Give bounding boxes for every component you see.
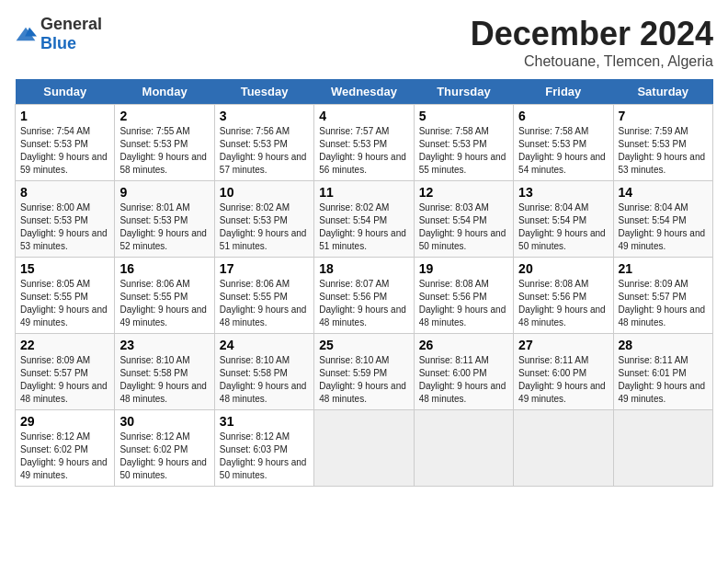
sunrise-text: Sunrise: 8:08 AM — [518, 279, 588, 289]
calendar-day-cell: 7 Sunrise: 7:59 AM Sunset: 5:53 PM Dayli… — [613, 105, 712, 181]
sunset-text: Sunset: 5:56 PM — [419, 292, 487, 302]
day-number: 29 — [20, 414, 109, 429]
daylight-text: Daylight: 9 hours and 49 minutes. — [20, 304, 108, 327]
day-number: 25 — [319, 338, 408, 352]
day-info: Sunrise: 8:06 AM Sunset: 5:55 PM Dayligh… — [220, 278, 309, 329]
day-number: 4 — [319, 109, 408, 123]
subtitle: Chetouane, Tlemcen, Algeria — [471, 53, 713, 70]
sunrise-text: Sunrise: 8:10 AM — [319, 355, 389, 365]
title-area: December 2024 Chetouane, Tlemcen, Algeri… — [471, 15, 713, 70]
sunset-text: Sunset: 5:56 PM — [518, 292, 586, 302]
sunrise-text: Sunrise: 8:07 AM — [319, 279, 389, 289]
calendar-day-cell — [613, 410, 712, 487]
day-number: 14 — [619, 185, 708, 200]
daylight-text: Daylight: 9 hours and 48 minutes. — [20, 381, 108, 404]
day-number: 16 — [119, 261, 209, 276]
sunrise-text: Sunrise: 8:03 AM — [419, 202, 489, 213]
sunset-text: Sunset: 6:01 PM — [619, 368, 687, 378]
sunset-text: Sunset: 5:53 PM — [119, 139, 188, 149]
sunrise-text: Sunrise: 8:05 AM — [20, 279, 90, 289]
sunset-text: Sunset: 6:00 PM — [518, 368, 586, 378]
calendar-day-cell: 22 Sunrise: 8:09 AM Sunset: 5:57 PM Dayl… — [16, 334, 115, 410]
sunset-text: Sunset: 6:03 PM — [220, 444, 288, 454]
calendar-day-cell: 31 Sunrise: 8:12 AM Sunset: 6:03 PM Dayl… — [214, 410, 313, 487]
day-info: Sunrise: 8:01 AM Sunset: 5:53 PM Dayligh… — [119, 201, 209, 253]
daylight-text: Daylight: 9 hours and 52 minutes. — [119, 228, 207, 251]
calendar-day-cell — [514, 410, 613, 487]
calendar-day-cell: 29 Sunrise: 8:12 AM Sunset: 6:02 PM Dayl… — [16, 410, 115, 487]
daylight-text: Daylight: 9 hours and 48 minutes. — [319, 381, 406, 404]
daylight-text: Daylight: 9 hours and 51 minutes. — [319, 228, 406, 251]
day-number: 8 — [20, 185, 109, 200]
daylight-text: Daylight: 9 hours and 53 minutes. — [20, 228, 108, 251]
sunrise-text: Sunrise: 8:11 AM — [518, 355, 588, 365]
sunrise-text: Sunrise: 8:06 AM — [220, 279, 290, 289]
col-wednesday: Wednesday — [314, 79, 414, 105]
sunset-text: Sunset: 5:54 PM — [619, 215, 687, 225]
sunset-text: Sunset: 5:53 PM — [220, 215, 288, 225]
day-number: 10 — [220, 185, 309, 200]
day-info: Sunrise: 8:10 AM Sunset: 5:58 PM Dayligh… — [119, 354, 209, 406]
daylight-text: Daylight: 9 hours and 48 minutes. — [619, 304, 706, 327]
daylight-text: Daylight: 9 hours and 53 minutes. — [619, 152, 706, 175]
calendar-day-cell: 12 Sunrise: 8:03 AM Sunset: 5:54 PM Dayl… — [414, 181, 513, 258]
day-info: Sunrise: 8:11 AM Sunset: 6:00 PM Dayligh… — [419, 354, 508, 406]
sunset-text: Sunset: 5:58 PM — [119, 368, 188, 378]
day-number: 17 — [220, 261, 309, 276]
day-number: 7 — [619, 109, 708, 123]
sunrise-text: Sunrise: 8:06 AM — [119, 279, 189, 289]
calendar-day-cell: 10 Sunrise: 8:02 AM Sunset: 5:53 PM Dayl… — [214, 181, 313, 258]
col-thursday: Thursday — [414, 79, 513, 105]
day-number: 19 — [419, 261, 508, 276]
daylight-text: Daylight: 9 hours and 48 minutes. — [220, 304, 307, 327]
sunrise-text: Sunrise: 7:54 AM — [20, 126, 90, 136]
daylight-text: Daylight: 9 hours and 48 minutes. — [419, 381, 506, 404]
day-info: Sunrise: 7:55 AM Sunset: 5:53 PM Dayligh… — [119, 125, 209, 177]
day-number: 26 — [419, 338, 508, 352]
sunrise-text: Sunrise: 8:10 AM — [119, 355, 189, 365]
day-number: 24 — [220, 338, 309, 352]
sunset-text: Sunset: 5:57 PM — [20, 368, 88, 378]
col-saturday: Saturday — [613, 79, 712, 105]
day-info: Sunrise: 7:58 AM Sunset: 5:53 PM Dayligh… — [518, 125, 608, 177]
logo: General Blue — [15, 15, 102, 53]
sunset-text: Sunset: 5:57 PM — [619, 292, 687, 302]
day-info: Sunrise: 8:07 AM Sunset: 5:56 PM Dayligh… — [319, 278, 408, 329]
daylight-text: Daylight: 9 hours and 56 minutes. — [319, 152, 406, 175]
sunset-text: Sunset: 5:53 PM — [119, 215, 188, 225]
calendar-day-cell: 5 Sunrise: 7:58 AM Sunset: 5:53 PM Dayli… — [414, 105, 513, 181]
calendar-week-row: 29 Sunrise: 8:12 AM Sunset: 6:02 PM Dayl… — [16, 410, 713, 487]
daylight-text: Daylight: 9 hours and 49 minutes. — [619, 228, 706, 251]
day-number: 23 — [119, 338, 209, 352]
calendar-day-cell: 19 Sunrise: 8:08 AM Sunset: 5:56 PM Dayl… — [414, 258, 513, 334]
day-number: 27 — [518, 338, 608, 352]
daylight-text: Daylight: 9 hours and 50 minutes. — [119, 457, 207, 480]
calendar-day-cell: 16 Sunrise: 8:06 AM Sunset: 5:55 PM Dayl… — [115, 258, 214, 334]
sunrise-text: Sunrise: 7:58 AM — [419, 126, 489, 136]
sunset-text: Sunset: 5:55 PM — [20, 292, 88, 302]
sunrise-text: Sunrise: 7:59 AM — [619, 126, 688, 136]
calendar-day-cell: 26 Sunrise: 8:11 AM Sunset: 6:00 PM Dayl… — [414, 334, 513, 410]
sunset-text: Sunset: 5:54 PM — [518, 215, 586, 225]
sunset-text: Sunset: 5:53 PM — [20, 215, 88, 225]
day-info: Sunrise: 8:03 AM Sunset: 5:54 PM Dayligh… — [419, 201, 508, 253]
day-number: 20 — [518, 261, 608, 276]
calendar-day-cell: 13 Sunrise: 8:04 AM Sunset: 5:54 PM Dayl… — [514, 181, 613, 258]
header-row: Sunday Monday Tuesday Wednesday Thursday… — [16, 79, 713, 105]
day-info: Sunrise: 8:08 AM Sunset: 5:56 PM Dayligh… — [518, 278, 608, 329]
day-info: Sunrise: 8:02 AM Sunset: 5:54 PM Dayligh… — [319, 201, 408, 253]
day-info: Sunrise: 8:10 AM Sunset: 5:59 PM Dayligh… — [319, 354, 408, 406]
daylight-text: Daylight: 9 hours and 48 minutes. — [319, 304, 406, 327]
col-friday: Friday — [514, 79, 613, 105]
sunrise-text: Sunrise: 8:02 AM — [319, 202, 389, 213]
day-number: 12 — [419, 185, 508, 200]
calendar-day-cell: 6 Sunrise: 7:58 AM Sunset: 5:53 PM Dayli… — [514, 105, 613, 181]
daylight-text: Daylight: 9 hours and 49 minutes. — [119, 304, 207, 327]
day-info: Sunrise: 8:09 AM Sunset: 5:57 PM Dayligh… — [20, 354, 109, 406]
calendar-week-row: 1 Sunrise: 7:54 AM Sunset: 5:53 PM Dayli… — [16, 105, 713, 181]
calendar-day-cell: 3 Sunrise: 7:56 AM Sunset: 5:53 PM Dayli… — [214, 105, 313, 181]
calendar-day-cell — [414, 410, 513, 487]
calendar-day-cell: 4 Sunrise: 7:57 AM Sunset: 5:53 PM Dayli… — [314, 105, 414, 181]
calendar-day-cell: 23 Sunrise: 8:10 AM Sunset: 5:58 PM Dayl… — [115, 334, 214, 410]
sunset-text: Sunset: 5:55 PM — [119, 292, 188, 302]
